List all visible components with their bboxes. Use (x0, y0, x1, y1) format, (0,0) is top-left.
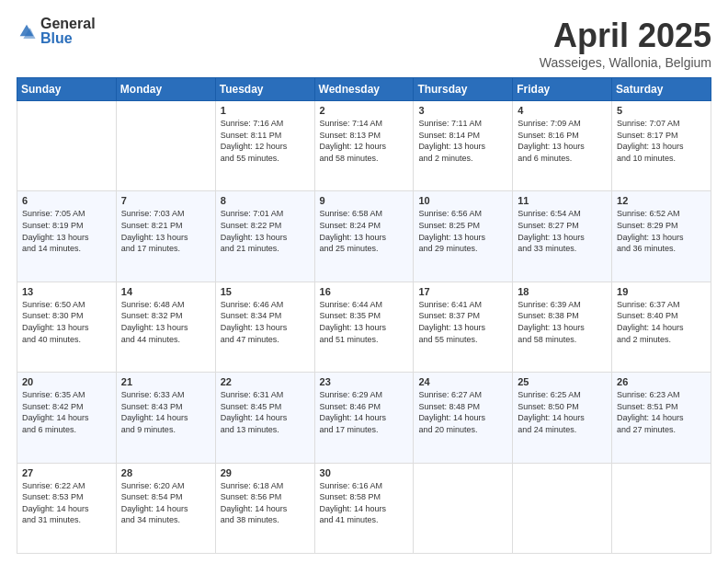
day-number: 30 (320, 467, 409, 478)
day-number: 27 (22, 467, 111, 478)
day-info: Sunrise: 6:52 AM Sunset: 8:29 PM Dayligh… (617, 208, 706, 254)
logo-text: General Blue (40, 17, 96, 46)
day-info: Sunrise: 7:16 AM Sunset: 8:11 PM Dayligh… (221, 118, 310, 164)
day-number: 14 (121, 286, 210, 297)
calendar-cell: 6Sunrise: 7:05 AM Sunset: 8:19 PM Daylig… (17, 191, 117, 282)
day-number: 4 (518, 105, 607, 116)
calendar-cell: 17Sunrise: 6:41 AM Sunset: 8:37 PM Dayli… (414, 282, 513, 372)
day-info: Sunrise: 6:41 AM Sunset: 8:37 PM Dayligh… (418, 299, 507, 345)
calendar-table: SundayMondayTuesdayWednesdayThursdayFrid… (17, 77, 711, 554)
calendar-title: April 2025 (540, 17, 711, 55)
calendar-cell: 20Sunrise: 6:35 AM Sunset: 8:42 PM Dayli… (17, 373, 117, 463)
day-number: 20 (22, 376, 111, 387)
calendar-cell: 16Sunrise: 6:44 AM Sunset: 8:35 PM Dayli… (314, 282, 414, 372)
logo-blue-text: Blue (40, 31, 96, 46)
day-number: 1 (221, 105, 310, 116)
day-info: Sunrise: 7:14 AM Sunset: 8:13 PM Dayligh… (320, 118, 409, 164)
logo-general-text: General (40, 17, 96, 31)
calendar-subtitle: Wasseiges, Wallonia, Belgium (540, 55, 711, 70)
day-info: Sunrise: 7:09 AM Sunset: 8:16 PM Dayligh… (518, 118, 607, 164)
calendar-cell: 3Sunrise: 7:11 AM Sunset: 8:14 PM Daylig… (414, 101, 513, 191)
calendar-cell: 7Sunrise: 7:03 AM Sunset: 8:21 PM Daylig… (116, 191, 215, 282)
day-number: 18 (518, 286, 607, 297)
calendar-cell: 19Sunrise: 6:37 AM Sunset: 8:40 PM Dayli… (612, 282, 711, 372)
day-number: 22 (221, 376, 310, 387)
calendar-cell: 10Sunrise: 6:56 AM Sunset: 8:25 PM Dayli… (414, 191, 513, 282)
day-info: Sunrise: 6:33 AM Sunset: 8:43 PM Dayligh… (121, 389, 210, 435)
day-info: Sunrise: 6:25 AM Sunset: 8:50 PM Dayligh… (518, 389, 607, 435)
calendar-cell (612, 463, 711, 553)
calendar-cell: 21Sunrise: 6:33 AM Sunset: 8:43 PM Dayli… (116, 373, 215, 463)
day-info: Sunrise: 7:07 AM Sunset: 8:17 PM Dayligh… (617, 118, 706, 164)
day-info: Sunrise: 6:20 AM Sunset: 8:54 PM Dayligh… (121, 480, 210, 526)
day-info: Sunrise: 6:46 AM Sunset: 8:34 PM Dayligh… (221, 299, 310, 345)
calendar-cell: 14Sunrise: 6:48 AM Sunset: 8:32 PM Dayli… (116, 282, 215, 372)
calendar-cell: 22Sunrise: 6:31 AM Sunset: 8:45 PM Dayli… (215, 373, 314, 463)
calendar-cell: 11Sunrise: 6:54 AM Sunset: 8:27 PM Dayli… (513, 191, 612, 282)
day-number: 28 (121, 467, 210, 478)
calendar-cell: 4Sunrise: 7:09 AM Sunset: 8:16 PM Daylig… (513, 101, 612, 191)
calendar-cell: 28Sunrise: 6:20 AM Sunset: 8:54 PM Dayli… (116, 463, 215, 553)
day-info: Sunrise: 6:22 AM Sunset: 8:53 PM Dayligh… (22, 480, 111, 526)
calendar-cell: 18Sunrise: 6:39 AM Sunset: 8:38 PM Dayli… (513, 282, 612, 372)
calendar-cell (414, 463, 513, 553)
day-number: 6 (22, 195, 111, 206)
calendar-cell (17, 101, 117, 191)
calendar-cell: 23Sunrise: 6:29 AM Sunset: 8:46 PM Dayli… (314, 373, 414, 463)
day-number: 23 (320, 376, 409, 387)
calendar-cell: 2Sunrise: 7:14 AM Sunset: 8:13 PM Daylig… (314, 101, 414, 191)
day-number: 15 (221, 286, 310, 297)
calendar-cell: 25Sunrise: 6:25 AM Sunset: 8:50 PM Dayli… (513, 373, 612, 463)
day-info: Sunrise: 7:01 AM Sunset: 8:22 PM Dayligh… (221, 208, 310, 254)
day-number: 11 (518, 195, 607, 206)
day-info: Sunrise: 6:31 AM Sunset: 8:45 PM Dayligh… (221, 389, 310, 435)
day-info: Sunrise: 6:35 AM Sunset: 8:42 PM Dayligh… (22, 389, 111, 435)
day-number: 17 (418, 286, 507, 297)
title-block: April 2025 Wasseiges, Wallonia, Belgium (540, 17, 711, 70)
calendar-cell: 29Sunrise: 6:18 AM Sunset: 8:56 PM Dayli… (215, 463, 314, 553)
weekday-header-row: SundayMondayTuesdayWednesdayThursdayFrid… (17, 78, 711, 101)
day-info: Sunrise: 6:44 AM Sunset: 8:35 PM Dayligh… (320, 299, 409, 345)
day-number: 12 (617, 195, 706, 206)
day-info: Sunrise: 6:29 AM Sunset: 8:46 PM Dayligh… (320, 389, 409, 435)
calendar-week-5: 27Sunrise: 6:22 AM Sunset: 8:53 PM Dayli… (17, 463, 711, 553)
header: General Blue April 2025 Wasseiges, Wallo… (17, 17, 711, 70)
calendar-week-3: 13Sunrise: 6:50 AM Sunset: 8:30 PM Dayli… (17, 282, 711, 372)
calendar-week-2: 6Sunrise: 7:05 AM Sunset: 8:19 PM Daylig… (17, 191, 711, 282)
day-info: Sunrise: 6:56 AM Sunset: 8:25 PM Dayligh… (418, 208, 507, 254)
calendar-week-1: 1Sunrise: 7:16 AM Sunset: 8:11 PM Daylig… (17, 101, 711, 191)
calendar-cell: 12Sunrise: 6:52 AM Sunset: 8:29 PM Dayli… (612, 191, 711, 282)
calendar-cell: 27Sunrise: 6:22 AM Sunset: 8:53 PM Dayli… (17, 463, 117, 553)
calendar-cell: 30Sunrise: 6:16 AM Sunset: 8:58 PM Dayli… (314, 463, 414, 553)
day-info: Sunrise: 6:23 AM Sunset: 8:51 PM Dayligh… (617, 389, 706, 435)
day-info: Sunrise: 6:58 AM Sunset: 8:24 PM Dayligh… (320, 208, 409, 254)
day-number: 29 (221, 467, 310, 478)
calendar-cell: 8Sunrise: 7:01 AM Sunset: 8:22 PM Daylig… (215, 191, 314, 282)
logo-icon (17, 21, 37, 41)
weekday-header-wednesday: Wednesday (314, 78, 414, 101)
day-number: 10 (418, 195, 507, 206)
calendar-cell: 26Sunrise: 6:23 AM Sunset: 8:51 PM Dayli… (612, 373, 711, 463)
calendar-cell: 9Sunrise: 6:58 AM Sunset: 8:24 PM Daylig… (314, 191, 414, 282)
calendar-cell (513, 463, 612, 553)
day-number: 19 (617, 286, 706, 297)
day-number: 21 (121, 376, 210, 387)
day-number: 16 (320, 286, 409, 297)
calendar-cell: 13Sunrise: 6:50 AM Sunset: 8:30 PM Dayli… (17, 282, 117, 372)
day-number: 2 (320, 105, 409, 116)
day-number: 7 (121, 195, 210, 206)
weekday-header-sunday: Sunday (17, 78, 117, 101)
calendar-cell: 5Sunrise: 7:07 AM Sunset: 8:17 PM Daylig… (612, 101, 711, 191)
day-number: 9 (320, 195, 409, 206)
weekday-header-saturday: Saturday (612, 78, 711, 101)
day-info: Sunrise: 7:11 AM Sunset: 8:14 PM Dayligh… (418, 118, 507, 164)
day-info: Sunrise: 6:50 AM Sunset: 8:30 PM Dayligh… (22, 299, 111, 345)
day-info: Sunrise: 6:18 AM Sunset: 8:56 PM Dayligh… (221, 480, 310, 526)
weekday-header-friday: Friday (513, 78, 612, 101)
weekday-header-tuesday: Tuesday (215, 78, 314, 101)
page: General Blue April 2025 Wasseiges, Wallo… (0, 0, 728, 563)
day-info: Sunrise: 7:05 AM Sunset: 8:19 PM Dayligh… (22, 208, 111, 254)
day-info: Sunrise: 6:16 AM Sunset: 8:58 PM Dayligh… (320, 480, 409, 526)
calendar-cell: 1Sunrise: 7:16 AM Sunset: 8:11 PM Daylig… (215, 101, 314, 191)
day-number: 5 (617, 105, 706, 116)
